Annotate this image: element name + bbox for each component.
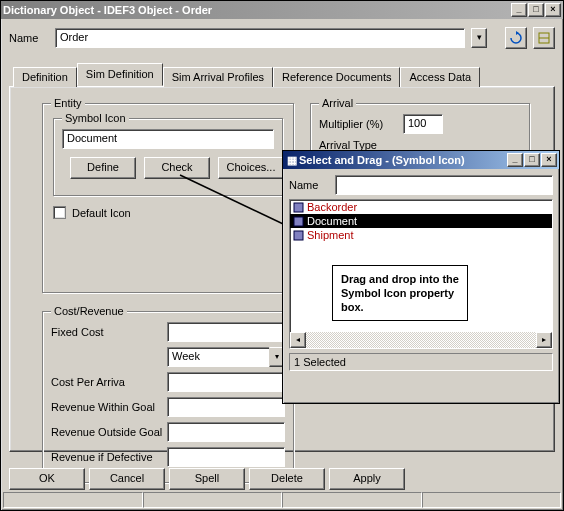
define-button[interactable]: Define (70, 157, 136, 179)
popup-name-field[interactable] (335, 175, 553, 195)
fixed-cost-label: Fixed Cost (51, 326, 163, 338)
refresh-icon[interactable] (505, 27, 527, 49)
instruction-tooltip: Drag and drop into the Symbol Icon prope… (332, 265, 468, 321)
scroll-right-button[interactable]: ▸ (536, 332, 552, 348)
popup-sys-icon: ▦ (285, 154, 299, 167)
ok-button[interactable]: OK (9, 468, 85, 490)
svg-rect-3 (294, 203, 303, 212)
main-window-title: Dictionary Object - IDEF3 Object - Order (3, 4, 510, 16)
cost-per-arriva-field[interactable] (167, 372, 285, 392)
arrival-legend: Arrival (319, 97, 356, 109)
revenue-outside-label: Revenue Outside Goal (51, 426, 163, 438)
revenue-outside-field[interactable] (167, 422, 285, 442)
tab-definition[interactable]: Definition (13, 67, 77, 87)
cost-per-arriva-label: Cost Per Arriva (51, 376, 163, 388)
revenue-within-field[interactable] (167, 397, 285, 417)
apply-button[interactable]: Apply (329, 468, 405, 490)
popup-name-label: Name (289, 179, 329, 191)
tab-sim-arrival-profiles[interactable]: Sim Arrival Profiles (163, 67, 273, 87)
symbol-icon-legend: Symbol Icon (62, 112, 129, 124)
tab-access-data[interactable]: Access Data (400, 67, 480, 87)
list-item-backorder[interactable]: Backorder (290, 200, 552, 214)
tab-reference-documents[interactable]: Reference Documents (273, 67, 400, 87)
popup-titlebar: ▦ Select and Drag - (Symbol Icon) _ □ × (283, 151, 559, 169)
default-icon-checkbox[interactable] (53, 206, 66, 219)
tool-icon[interactable] (533, 27, 555, 49)
choices-button[interactable]: Choices... (218, 157, 284, 179)
symbol-icon-group: Symbol Icon Document Define Check Choice… (53, 118, 283, 196)
revenue-defective-field[interactable] (167, 447, 285, 467)
popup-title: Select and Drag - (Symbol Icon) (299, 154, 506, 166)
popup-close-button[interactable]: × (541, 153, 557, 167)
list-item-document[interactable]: Document (290, 214, 552, 228)
cost-revenue-group: Cost/Revenue Fixed Cost Week ▾ Cost Per … (42, 311, 294, 483)
entity-icon (292, 215, 304, 227)
list-item-shipment[interactable]: Shipment (290, 228, 552, 242)
scroll-track[interactable] (306, 332, 536, 348)
cost-revenue-legend: Cost/Revenue (51, 305, 127, 317)
popup-maximize-button[interactable]: □ (524, 153, 540, 167)
default-icon-label: Default Icon (72, 207, 131, 219)
main-titlebar: Dictionary Object - IDEF3 Object - Order… (1, 1, 563, 19)
entity-group: Entity Symbol Icon Document Define Check… (42, 103, 294, 293)
revenue-within-label: Revenue Within Goal (51, 401, 163, 413)
dialog-button-bar: OK Cancel Spell Delete Apply (9, 468, 555, 490)
multiplier-label: Multiplier (%) (319, 118, 399, 130)
svg-rect-4 (294, 217, 303, 226)
delete-button[interactable]: Delete (249, 468, 325, 490)
name-label: Name (9, 32, 49, 44)
maximize-button[interactable]: □ (528, 3, 544, 17)
check-button[interactable]: Check (144, 157, 210, 179)
popup-status: 1 Selected (289, 353, 553, 371)
multiplier-field[interactable]: 100 (403, 114, 443, 134)
period-combo[interactable]: Week ▾ (167, 347, 285, 367)
tab-sim-definition[interactable]: Sim Definition (77, 63, 163, 86)
minimize-button[interactable]: _ (511, 3, 527, 17)
revenue-defective-label: Revenue if Defective (51, 451, 163, 463)
name-field[interactable]: Order (55, 28, 465, 48)
entity-icon (292, 229, 304, 241)
scroll-left-button[interactable]: ◂ (290, 332, 306, 348)
symbol-icon-field[interactable]: Document (62, 129, 274, 149)
entity-legend: Entity (51, 97, 85, 109)
spell-button[interactable]: Spell (169, 468, 245, 490)
cancel-button[interactable]: Cancel (89, 468, 165, 490)
svg-rect-5 (294, 231, 303, 240)
close-button[interactable]: × (545, 3, 561, 17)
list-hscrollbar[interactable]: ◂ ▸ (290, 332, 552, 348)
entity-icon (292, 201, 304, 213)
name-dropdown-button[interactable]: ▾ (471, 28, 487, 48)
status-bar (3, 492, 561, 508)
popup-minimize-button[interactable]: _ (507, 153, 523, 167)
fixed-cost-field[interactable] (167, 322, 285, 342)
